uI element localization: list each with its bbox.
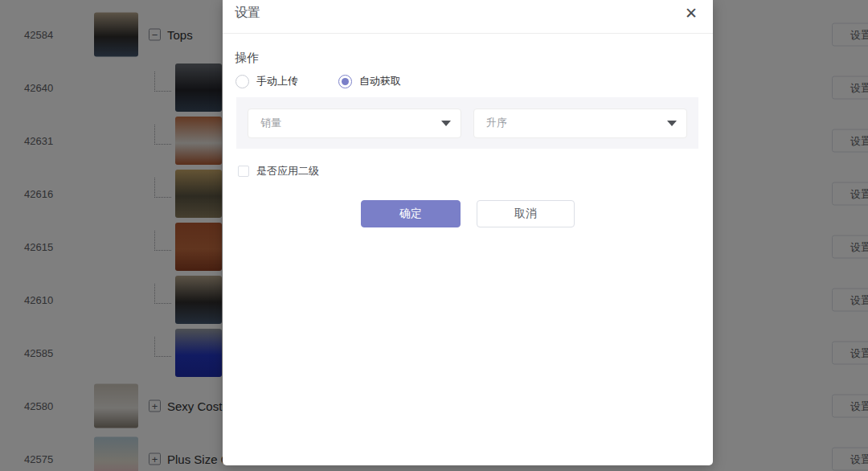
radio-label: 手动上传 <box>256 74 298 88</box>
cancel-button[interactable]: 取消 <box>477 200 575 227</box>
apply-secondary-checkbox-row[interactable]: 是否应用二级 <box>238 164 319 178</box>
chevron-down-icon <box>441 121 451 126</box>
upload-mode-radio-group: 手动上传自动获取 <box>235 74 441 88</box>
radio-option[interactable]: 手动上传 <box>235 74 298 88</box>
checkbox-icon[interactable] <box>238 166 249 177</box>
sort-options-panel: 销量升序 <box>236 97 698 149</box>
radio-option[interactable]: 自动获取 <box>338 74 401 88</box>
settings-dialog: 设置 ✕ 操作 手动上传自动获取 销量升序 是否应用二级 确定 取消 <box>223 0 713 465</box>
select-value: 销量 <box>260 116 441 130</box>
header-divider <box>223 33 713 34</box>
dialog-footer: 确定 取消 <box>223 200 713 227</box>
checkbox-label: 是否应用二级 <box>256 164 319 178</box>
confirm-button[interactable]: 确定 <box>361 200 461 227</box>
sort-select[interactable]: 升序 <box>473 109 687 138</box>
dialog-title: 设置 <box>235 5 260 22</box>
select-value: 升序 <box>486 116 667 130</box>
section-label-operation: 操作 <box>235 51 259 66</box>
radio-label: 自动获取 <box>359 74 401 88</box>
sort-select[interactable]: 销量 <box>248 109 461 138</box>
close-icon[interactable]: ✕ <box>681 2 702 23</box>
radio-icon[interactable] <box>235 75 249 88</box>
radio-selected-icon[interactable] <box>338 75 352 88</box>
chevron-down-icon <box>667 121 677 126</box>
